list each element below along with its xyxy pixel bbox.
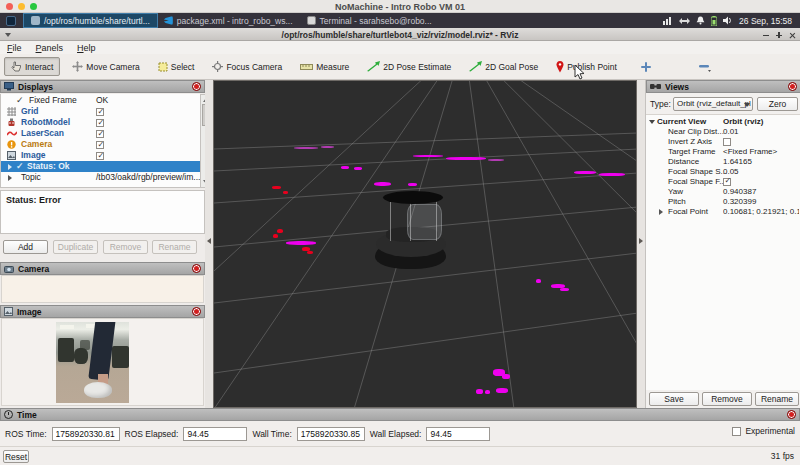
taskbar-item-vscode[interactable]: package.xml - intro_robo_ws...: [157, 14, 300, 27]
goal-pose-tool-button[interactable]: 2D Goal Pose: [463, 58, 544, 75]
focal-shape-checkbox[interactable]: [723, 178, 731, 186]
rename-display-button[interactable]: Rename: [152, 240, 197, 254]
remove-display-button[interactable]: Remove: [103, 240, 148, 254]
collapse-arrow-icon[interactable]: [649, 120, 655, 124]
maximize-button[interactable]: [775, 31, 783, 39]
invert-z-checkbox[interactable]: [723, 138, 731, 146]
laser-scan-point: [272, 186, 281, 189]
close-time-icon[interactable]: [787, 410, 796, 419]
views-panel-header[interactable]: Views: [646, 80, 800, 93]
robotmodel-checkbox[interactable]: [96, 119, 104, 127]
save-view-button[interactable]: Save: [649, 392, 699, 406]
minimize-button[interactable]: [762, 31, 770, 39]
camera-panel-viewport[interactable]: [1, 275, 204, 303]
close-button[interactable]: [788, 31, 796, 39]
menu-file[interactable]: File: [7, 43, 22, 53]
time-panel-header[interactable]: Time: [0, 408, 800, 421]
rviz-titlebar[interactable]: /opt/ros/humble/share/turtlebot4_viz/rvi…: [0, 28, 800, 41]
property-row-invert-z[interactable]: Invert Z Axis: [646, 137, 800, 147]
grid-checkbox[interactable]: [96, 108, 104, 116]
expand-arrow-icon[interactable]: [8, 175, 12, 181]
close-views-icon[interactable]: [788, 82, 797, 91]
battery-icon[interactable]: [711, 16, 717, 26]
remove-tool-button[interactable]: [695, 59, 715, 75]
taskbar-item-terminal[interactable]: Terminal - sarahsebo@robo...: [300, 14, 439, 27]
screen: NoMachine - Intro Robo VM 01 /opt/ros/hu…: [0, 0, 800, 465]
collapse-right-icon[interactable]: [639, 238, 643, 244]
property-row-current-view[interactable]: Current View Orbit (rviz): [646, 117, 800, 127]
add-display-button[interactable]: Add: [3, 240, 48, 254]
property-row-near-clip[interactable]: Near Clip Dist... 0.01: [646, 127, 800, 137]
interact-tool-button[interactable]: Interact: [4, 57, 60, 76]
tree-row-camera[interactable]: Camera: [1, 139, 195, 150]
laserscan-checkbox[interactable]: [96, 130, 104, 138]
left-panel-column: Displays ✓ Fixed Frame OK Grid RobotMode…: [0, 80, 210, 408]
camera-checkbox[interactable]: [96, 141, 104, 149]
property-row-target-frame[interactable]: Target Frame <Fixed Frame>: [646, 147, 800, 157]
toolbar: Interact Move Camera Select Focus Camera…: [0, 54, 800, 80]
tree-row-robotmodel[interactable]: RobotModel: [1, 117, 195, 128]
property-row-distance[interactable]: Distance 1.64165: [646, 157, 800, 167]
right-splitter[interactable]: [637, 80, 645, 408]
ros-time-field[interactable]: [52, 427, 120, 441]
property-row-pitch[interactable]: Pitch 0.320399: [646, 197, 800, 207]
rviz-icon: [31, 16, 40, 25]
property-row-yaw[interactable]: Yaw 0.940387: [646, 187, 800, 197]
view-type-dropdown[interactable]: Orbit (rviz_default_pl: [673, 97, 753, 111]
wall-elapsed-field[interactable]: [426, 427, 490, 441]
publish-point-tool-button[interactable]: Publish Point: [550, 58, 623, 76]
menu-help[interactable]: Help: [77, 43, 96, 53]
close-displays-icon[interactable]: [192, 82, 201, 91]
tree-row-laserscan[interactable]: LaserScan: [1, 128, 195, 139]
expand-arrow-icon[interactable]: [8, 164, 12, 170]
image-panel-header[interactable]: Image: [0, 305, 205, 318]
ros-elapsed-field[interactable]: [183, 427, 247, 441]
experimental-option[interactable]: Experimental: [732, 426, 795, 436]
close-camera-icon[interactable]: [192, 264, 201, 273]
app-launcher-icon[interactable]: [6, 16, 16, 26]
tree-row-grid[interactable]: Grid: [1, 106, 195, 117]
tree-row-topic[interactable]: Topic /tb03/oakd/rgb/preview/im...: [1, 172, 195, 183]
volume-icon[interactable]: [723, 16, 733, 25]
taskbar-item-label: /opt/ros/humble/share/turtl...: [44, 16, 150, 26]
property-row-focal-point[interactable]: Focal Point 0.10681; 0.21921; 0.1...: [646, 207, 800, 217]
pose-estimate-tool-button[interactable]: 2D Pose Estimate: [361, 58, 457, 75]
notifications-bell-icon[interactable]: [696, 16, 705, 25]
connection-arrows-icon[interactable]: [679, 17, 690, 25]
focus-camera-tool-button[interactable]: Focus Camera: [206, 58, 288, 75]
remove-view-button[interactable]: Remove: [702, 392, 752, 406]
collapse-left-icon[interactable]: [207, 238, 211, 244]
laser-scan-point: [560, 288, 569, 291]
duplicate-display-button[interactable]: Duplicate: [53, 240, 98, 254]
laser-scan-point: [413, 155, 443, 157]
wall-time-field[interactable]: [297, 427, 365, 441]
close-image-icon[interactable]: [192, 307, 201, 316]
tree-row-status-ok-selected[interactable]: ✓ Status: Ok: [1, 161, 205, 172]
network-signal-icon[interactable]: [663, 16, 673, 25]
menu-panels[interactable]: Panels: [36, 43, 64, 53]
laser-scan-point: [273, 234, 278, 238]
measure-tool-button[interactable]: Measure: [294, 59, 355, 75]
taskbar-item-rviz[interactable]: /opt/ros/humble/share/turtl...: [24, 14, 157, 27]
views-property-tree: Current View Orbit (rviz) Near Clip Dist…: [646, 114, 800, 390]
property-row-focal-shape-size[interactable]: Focal Shape S... 0.05: [646, 167, 800, 177]
image-checkbox[interactable]: [96, 152, 104, 160]
property-row-focal-shape-fixed[interactable]: Focal Shape F...: [646, 177, 800, 187]
3d-viewport[interactable]: [213, 80, 637, 408]
add-tool-button[interactable]: [637, 59, 655, 75]
rename-view-button[interactable]: Rename: [755, 392, 799, 406]
clock[interactable]: 26 Sep, 15:58: [739, 16, 792, 26]
move-camera-tool-button[interactable]: Move Camera: [66, 58, 145, 75]
reset-button[interactable]: Reset: [3, 450, 29, 463]
left-splitter[interactable]: [205, 80, 213, 408]
camera-panel-header[interactable]: Camera: [0, 262, 205, 275]
zero-button[interactable]: Zero: [757, 97, 798, 111]
displays-panel-header[interactable]: Displays: [0, 80, 205, 93]
tree-row-image[interactable]: Image: [1, 150, 195, 161]
experimental-checkbox[interactable]: [732, 427, 741, 436]
ros-elapsed-label: ROS Elapsed:: [125, 429, 179, 439]
image-panel-viewport[interactable]: [1, 318, 204, 406]
expand-arrow-icon[interactable]: [659, 209, 663, 215]
select-tool-button[interactable]: Select: [152, 59, 201, 75]
tree-row-fixed-frame[interactable]: ✓ Fixed Frame OK: [1, 95, 195, 106]
